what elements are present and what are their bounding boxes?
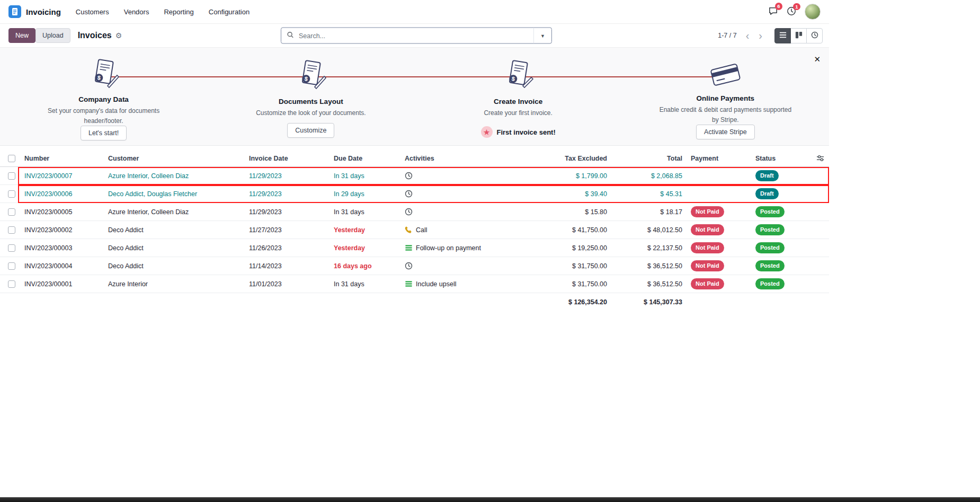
due-date-cell[interactable]: In 31 days	[329, 167, 400, 185]
row-checkbox[interactable]	[8, 280, 15, 288]
list-activity-icon[interactable]	[405, 244, 413, 252]
invoice-row[interactable]: INV/2023/00002 Deco Addict 11/27/2023 Ye…	[0, 221, 829, 239]
due-date-cell[interactable]: In 31 days	[329, 203, 400, 221]
column-header-customer[interactable]: Customer	[104, 150, 245, 167]
column-header-total[interactable]: Total	[611, 150, 687, 167]
due-date-cell[interactable]: Yesterday	[329, 221, 400, 239]
pager-previous-button[interactable]: ‹	[742, 30, 753, 41]
total-cell[interactable]: $ 36,512.50	[611, 275, 687, 293]
invoice-date-cell[interactable]: 11/14/2023	[245, 257, 329, 275]
total-cell[interactable]: $ 45.31	[611, 185, 687, 203]
customer-cell[interactable]: Deco Addict	[104, 257, 245, 275]
new-button[interactable]: New	[8, 28, 35, 43]
tax-excluded-cell[interactable]: $ 31,750.00	[528, 257, 611, 275]
tax-excluded-cell[interactable]: $ 1,799.00	[528, 167, 611, 185]
menu-reporting[interactable]: Reporting	[164, 8, 193, 16]
upload-button[interactable]: Upload	[35, 28, 70, 43]
activity-cell[interactable]	[400, 167, 528, 185]
pager-next-button[interactable]: ›	[755, 30, 766, 41]
list-activity-icon[interactable]	[405, 280, 413, 288]
kanban-view-button[interactable]	[790, 28, 807, 43]
invoice-number-cell[interactable]: INV/2023/00006	[20, 185, 104, 203]
messages-button[interactable]: 6	[768, 6, 778, 17]
column-header-due-date[interactable]: Due Date	[329, 150, 400, 167]
due-date-cell[interactable]: In 29 days	[329, 185, 400, 203]
onboarding-close-button[interactable]: ✕	[810, 54, 824, 65]
customer-cell[interactable]: Deco Addict, Douglas Fletcher	[104, 185, 245, 203]
avatar[interactable]	[805, 4, 821, 20]
column-header-status[interactable]: Status	[751, 150, 812, 167]
menu-vendors[interactable]: Vendors	[124, 8, 149, 16]
list-view-button[interactable]	[774, 28, 791, 43]
invoice-row[interactable]: INV/2023/00001 Azure Interior 11/01/2023…	[0, 275, 829, 293]
activate-stripe-button[interactable]: Activate Stripe	[696, 125, 755, 139]
invoice-date-cell[interactable]: 11/26/2023	[245, 239, 329, 257]
total-cell[interactable]: $ 2,068.85	[611, 167, 687, 185]
due-date-cell[interactable]: Yesterday	[329, 239, 400, 257]
activity-cell[interactable]	[400, 203, 528, 221]
tax-excluded-cell[interactable]: $ 19,250.00	[528, 239, 611, 257]
invoice-number-cell[interactable]: INV/2023/00007	[20, 167, 104, 185]
total-cell[interactable]: $ 22,137.50	[611, 239, 687, 257]
invoice-number-cell[interactable]: INV/2023/00003	[20, 239, 104, 257]
column-header-activities[interactable]: Activities	[400, 150, 528, 167]
tax-excluded-cell[interactable]: $ 15.80	[528, 203, 611, 221]
customer-cell[interactable]: Deco Addict	[104, 239, 245, 257]
customer-cell[interactable]: Azure Interior, Colleen Diaz	[104, 203, 245, 221]
menu-configuration[interactable]: Configuration	[209, 8, 250, 16]
tax-excluded-cell[interactable]: $ 39.40	[528, 185, 611, 203]
customer-cell[interactable]: Azure Interior	[104, 275, 245, 293]
clock-activity-icon[interactable]	[405, 262, 413, 270]
row-checkbox[interactable]	[8, 244, 15, 252]
activity-view-button[interactable]	[806, 28, 823, 43]
invoice-date-cell[interactable]: 11/01/2023	[245, 275, 329, 293]
lets-start-button[interactable]: Let's start!	[81, 126, 127, 140]
customer-cell[interactable]: Azure Interior, Colleen Diaz	[104, 167, 245, 185]
invoice-date-cell[interactable]: 11/29/2023	[245, 203, 329, 221]
app-name[interactable]: Invoicing	[26, 7, 61, 16]
invoice-number-cell[interactable]: INV/2023/00004	[20, 257, 104, 275]
total-cell[interactable]: $ 48,012.50	[611, 221, 687, 239]
search-input[interactable]	[298, 31, 533, 40]
activity-cell[interactable]: Include upsell	[400, 275, 528, 293]
activity-cell[interactable]: Follow-up on payment	[400, 239, 528, 257]
invoice-row[interactable]: INV/2023/00007 Azure Interior, Colleen D…	[0, 167, 829, 185]
clock-activity-icon[interactable]	[405, 172, 413, 180]
row-checkbox[interactable]	[8, 172, 15, 180]
phone-activity-icon[interactable]	[405, 226, 413, 234]
customize-button[interactable]: Customize	[287, 123, 334, 138]
customer-cell[interactable]: Deco Addict	[104, 221, 245, 239]
column-options-icon[interactable]	[816, 154, 824, 162]
invoice-row[interactable]: INV/2023/00004 Deco Addict 11/14/2023 16…	[0, 257, 829, 275]
invoice-date-cell[interactable]: 11/29/2023	[245, 167, 329, 185]
column-header-payment[interactable]: Payment	[687, 150, 751, 167]
total-cell[interactable]: $ 36,512.50	[611, 257, 687, 275]
due-date-cell[interactable]: 16 days ago	[329, 257, 400, 275]
menu-customers[interactable]: Customers	[76, 8, 109, 16]
activities-button[interactable]: 1	[787, 6, 796, 17]
activity-cell[interactable]	[400, 185, 528, 203]
search-dropdown-toggle[interactable]: ▼	[533, 28, 551, 43]
invoice-number-cell[interactable]: INV/2023/00002	[20, 221, 104, 239]
invoice-date-cell[interactable]: 11/29/2023	[245, 185, 329, 203]
row-checkbox[interactable]	[8, 208, 15, 216]
invoice-date-cell[interactable]: 11/27/2023	[245, 221, 329, 239]
action-menu-gear-icon[interactable]: ⚙	[115, 31, 122, 40]
invoicing-app-icon[interactable]	[8, 5, 21, 18]
column-header-number[interactable]: Number	[20, 150, 104, 167]
clock-activity-icon[interactable]	[405, 190, 413, 198]
invoice-number-cell[interactable]: INV/2023/00001	[20, 275, 104, 293]
row-checkbox[interactable]	[8, 226, 15, 234]
search-bar[interactable]: ▼	[281, 28, 552, 44]
clock-activity-icon[interactable]	[405, 208, 413, 216]
select-all-checkbox[interactable]	[8, 155, 15, 162]
invoice-number-cell[interactable]: INV/2023/00005	[20, 203, 104, 221]
row-checkbox[interactable]	[8, 190, 15, 198]
column-header-invoice-date[interactable]: Invoice Date	[245, 150, 329, 167]
invoice-row[interactable]: INV/2023/00005 Azure Interior, Colleen D…	[0, 203, 829, 221]
invoice-row[interactable]: INV/2023/00003 Deco Addict 11/26/2023 Ye…	[0, 239, 829, 257]
due-date-cell[interactable]: In 31 days	[329, 275, 400, 293]
column-header-tax-excluded[interactable]: Tax Excluded	[528, 150, 611, 167]
tax-excluded-cell[interactable]: $ 41,750.00	[528, 221, 611, 239]
total-cell[interactable]: $ 18.17	[611, 203, 687, 221]
